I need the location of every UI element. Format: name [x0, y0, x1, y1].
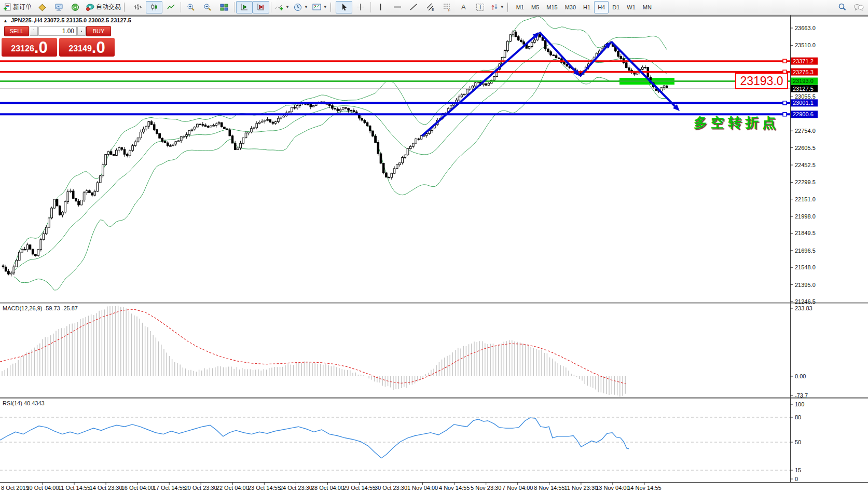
timeframe-button-d1[interactable]: D1	[609, 1, 623, 13]
symbol-header[interactable]: ▲ JPN225-,H4 23072.5 23135.0 23002.5 231…	[3, 17, 131, 23]
buy-price-panel[interactable]: 23149 .0	[59, 38, 115, 57]
indicators-button[interactable]: ▼	[273, 1, 292, 13]
toolbar-grip	[507, 3, 511, 12]
profiles-button[interactable]	[34, 1, 50, 13]
symbol-expander-icon[interactable]: ▲	[3, 18, 8, 23]
axis-price-label: 23193.0	[793, 78, 814, 84]
crosshair-icon	[356, 3, 364, 11]
template-icon	[312, 3, 321, 11]
text-tool-button[interactable]: A	[456, 1, 472, 13]
trendline-tool-button[interactable]	[406, 1, 422, 13]
timeframe-button-h1[interactable]: H1	[580, 1, 594, 13]
timeframe-button-h4[interactable]: H4	[594, 1, 609, 13]
axis-price-label: 22900.6	[793, 111, 814, 117]
cursor-tool-button[interactable]	[336, 1, 352, 13]
time-tick-label: 16 Oct 04:00	[121, 485, 154, 491]
tile-windows-button[interactable]	[216, 1, 232, 13]
macd-label: MACD(12,26,9) -59.73 -25.87	[3, 305, 78, 311]
candlestick-icon	[150, 3, 158, 11]
vertical-line-tool-button[interactable]	[373, 1, 389, 13]
chat-bubbles-icon	[853, 3, 864, 11]
gold-diamond-icon	[38, 3, 46, 11]
channel-letter: E	[432, 8, 434, 11]
zoom-out-icon	[203, 3, 212, 11]
axis-price-label: 23127.5	[793, 86, 814, 92]
market-watch-button[interactable]	[50, 1, 67, 13]
time-tick-label: 11 Oct 14:55	[58, 485, 90, 491]
buy-price-main: 23149	[68, 42, 92, 56]
timeframe-button-w1[interactable]: W1	[623, 1, 639, 13]
price-tick-label: 22299.5	[795, 179, 816, 185]
rsi-axis-label: 80	[795, 414, 801, 420]
time-tick-label: 28 Oct 04:00	[311, 485, 344, 491]
timeframe-button-m5[interactable]: M5	[528, 1, 543, 13]
auto-trading-button[interactable]: 自动交易	[84, 1, 123, 13]
turning-point-annotation[interactable]: 多空转折点	[694, 114, 779, 132]
spinner-down-icon	[33, 30, 34, 32]
rsi-axis-label: 100	[795, 401, 804, 407]
price-tick-label: 23663.0	[795, 25, 816, 31]
price-tick-label: 21395.0	[795, 282, 816, 288]
crosshair-tool-button[interactable]	[352, 1, 369, 13]
timeframe-button-mn[interactable]: MN	[639, 1, 655, 13]
new-order-button[interactable]: 新订单	[1, 1, 34, 13]
search-button[interactable]	[834, 1, 850, 13]
one-click-trading-panel: SELL BUY 23126 .0 23149 .0	[2, 25, 116, 57]
price-tick-label: 22605.5	[795, 145, 816, 151]
zoom-in-button[interactable]	[183, 1, 199, 13]
timeframe-button-m15[interactable]: M15	[543, 1, 561, 13]
price-annotation-box[interactable]: 23193.0	[735, 73, 788, 89]
volume-increase-button[interactable]	[77, 26, 86, 36]
line-chart-type-button[interactable]	[162, 1, 179, 13]
timeframe-button-m1[interactable]: M1	[513, 1, 528, 13]
rsi-axis-label: 0	[795, 476, 798, 482]
fibonacci-icon: F	[443, 3, 451, 11]
time-tick-label: 23 Oct 14:55	[248, 485, 281, 491]
sell-price-main: 23126	[11, 42, 34, 56]
auto-trading-icon	[86, 3, 94, 11]
volume-input[interactable]	[38, 26, 77, 36]
equidistant-channel-tool-button[interactable]: E	[422, 1, 439, 13]
time-tick-label: 24 Oct 23:30	[280, 485, 312, 491]
chart-shift-icon	[257, 3, 265, 11]
ohlc-close: 23127.5	[111, 17, 131, 23]
dropdown-arrow-icon: ▼	[500, 5, 504, 9]
chart-shift-button[interactable]	[253, 1, 269, 13]
time-tick-label: 8 Oct 2019	[1, 485, 29, 491]
horizontal-line-tool-button[interactable]	[389, 1, 406, 13]
dropdown-arrow-icon: ▼	[323, 5, 327, 9]
label-letter: T	[478, 4, 483, 11]
candlestick-chart-type-button[interactable]	[146, 1, 162, 13]
time-tick-label: 13 Nov 04:00	[596, 485, 629, 491]
time-tick-label: 11 Nov 23:30	[564, 485, 598, 491]
time-tick-label: 20 Oct 23:30	[185, 485, 217, 491]
text-label-tool-button[interactable]: T	[472, 1, 489, 13]
vertical-line-icon	[377, 3, 384, 11]
arrows-tool-button[interactable]: ▼	[489, 1, 506, 13]
rsi-axis-label: 15	[795, 467, 801, 473]
dropdown-arrow-icon: ▼	[285, 5, 290, 9]
price-tick-label: 22754.0	[795, 128, 816, 134]
add-indicator-icon	[275, 3, 283, 11]
periods-button[interactable]: ▼	[292, 1, 310, 13]
timeframe-group: M1M5M15M30H1H4D1W1MN	[513, 1, 655, 13]
main-toolbar: 新订单 自动交易	[0, 0, 868, 15]
bar-chart-type-button[interactable]	[129, 1, 146, 13]
sell-button[interactable]: SELL	[4, 26, 29, 36]
toolbar-separator	[181, 2, 181, 12]
templates-button[interactable]: ▼	[310, 1, 329, 13]
bar-chart-icon	[134, 3, 142, 11]
fibonacci-tool-button[interactable]: F	[439, 1, 456, 13]
volume-decrease-button[interactable]	[30, 26, 38, 36]
sell-price-panel[interactable]: 23126 .0	[2, 38, 57, 57]
price-tick-label: 21849.5	[795, 230, 816, 236]
trendline-icon	[410, 3, 418, 11]
expert-advisors-button[interactable]	[67, 1, 84, 13]
ohlc-open: 23072.5	[44, 17, 65, 23]
timeframe-button-m30[interactable]: M30	[561, 1, 580, 13]
symbol-title: JPN225-,H4	[11, 17, 43, 23]
zoom-out-button[interactable]	[199, 1, 216, 13]
auto-scroll-button[interactable]	[236, 1, 253, 13]
buy-button[interactable]: BUY	[86, 26, 111, 36]
chat-button[interactable]	[850, 1, 867, 13]
